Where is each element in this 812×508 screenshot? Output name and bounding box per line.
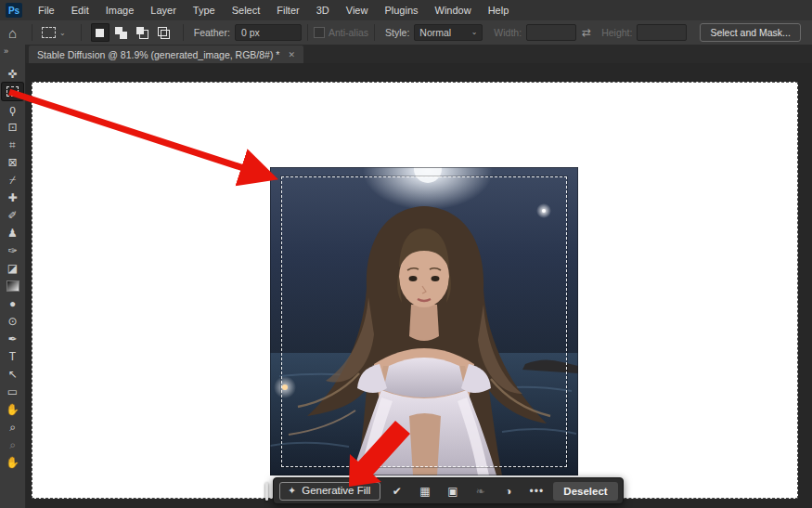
more-options-icon[interactable]: ••• xyxy=(525,481,548,501)
feather-input[interactable]: 0 px xyxy=(235,24,302,41)
marquee-preset-icon xyxy=(42,27,56,38)
width-input[interactable] xyxy=(526,24,576,41)
selection-marching-ants xyxy=(281,176,567,467)
close-icon[interactable]: ✕ xyxy=(288,50,295,59)
select-and-mask-button[interactable]: Select and Mask... xyxy=(700,23,800,42)
style-value: Normal xyxy=(419,25,451,40)
rectangular-marquee-tool[interactable] xyxy=(2,83,23,100)
width-label: Width: xyxy=(494,27,522,38)
toolbar-expand-button[interactable]: » xyxy=(0,45,12,65)
menu-item[interactable]: Edit xyxy=(63,0,97,20)
taskbar-drag-handle[interactable] xyxy=(265,482,268,501)
photoshop-logo[interactable]: Ps xyxy=(6,3,22,18)
menu-item[interactable]: Plugins xyxy=(376,0,426,20)
home-icon[interactable]: ⌂ xyxy=(8,26,17,40)
clone-stamp-tool[interactable]: ♟ xyxy=(2,224,23,241)
divider xyxy=(307,24,308,41)
healing-brush-tool[interactable]: ✚ xyxy=(2,189,23,206)
eraser-tool[interactable]: ◪ xyxy=(2,259,23,277)
generative-fill-button[interactable]: ✦ Generative Fill xyxy=(279,482,380,501)
subtract-from-selection-button[interactable] xyxy=(134,23,152,42)
document-tab-title: Stable Diffusion @ 81.9% (generated_imag… xyxy=(37,49,279,60)
add-to-selection-button[interactable] xyxy=(112,23,131,42)
menu-item[interactable]: View xyxy=(338,0,377,20)
mask-icon[interactable]: ▣ xyxy=(442,481,464,501)
menu-item[interactable]: Image xyxy=(97,0,143,20)
lasso-tool[interactable]: ϙ xyxy=(2,100,23,118)
height-input[interactable] xyxy=(637,24,687,41)
menu-item[interactable]: Help xyxy=(480,0,518,20)
height-label: Height: xyxy=(601,27,632,38)
invert-selection-icon[interactable]: ◑ xyxy=(497,481,520,501)
hand-tool-alt[interactable]: ✋ xyxy=(2,453,23,471)
menu-item[interactable]: 3D xyxy=(308,0,338,20)
zoom-tool[interactable]: ⌕ xyxy=(2,418,23,436)
menu-bar: Ps FileEditImageLayerTypeSelectFilter3DV… xyxy=(0,0,812,21)
menu-item[interactable]: Type xyxy=(185,0,224,20)
contextual-taskbar: ✦ Generative Fill ✔▦▣❧◑••• Deselect xyxy=(265,477,624,504)
frame-tool[interactable]: ⊠ xyxy=(2,153,23,171)
chevron-down-icon: ⌄ xyxy=(59,29,66,37)
selection-brush-icon[interactable]: ✔ xyxy=(386,481,408,501)
feather-label: Feather: xyxy=(194,27,230,38)
document-tab-strip: Stable Diffusion @ 81.9% (generated_imag… xyxy=(26,45,812,63)
generative-fill-icon: ✦ xyxy=(288,485,296,497)
feather-icon[interactable]: ❧ xyxy=(470,481,492,501)
divider xyxy=(183,24,184,41)
divider xyxy=(374,24,375,41)
crop-tool[interactable]: ⌗ xyxy=(2,136,23,153)
menu-item[interactable]: File xyxy=(30,0,63,20)
dodge-tool[interactable]: ⊙ xyxy=(2,312,23,330)
menu-item[interactable]: Select xyxy=(224,0,269,20)
style-label: Style: xyxy=(385,27,409,38)
anti-alias-checkbox[interactable]: Anti-alias xyxy=(314,27,368,38)
generated-image[interactable] xyxy=(270,167,578,475)
tool-preset-picker[interactable]: ⌄ xyxy=(38,25,70,40)
adjustments-icon[interactable]: ▦ xyxy=(414,481,436,501)
menu-item[interactable]: Layer xyxy=(142,0,185,20)
anti-alias-label: Anti-alias xyxy=(329,27,368,38)
rectangle-tool[interactable]: ▭ xyxy=(2,383,23,400)
eyedropper-tool[interactable]: ⌿ xyxy=(2,171,23,189)
type-tool[interactable]: T xyxy=(2,347,23,365)
tools-panel: » ✜ϙ⊡⌗⊠⌿✚✐♟✑◪●⊙✒T↖▭✋⌕⌕✋ xyxy=(0,45,26,508)
link-dimensions-icon[interactable]: ⇄ xyxy=(582,26,591,39)
hand-tool[interactable]: ✋ xyxy=(2,400,23,418)
canvas-pasteboard: ✦ Generative Fill ✔▦▣❧◑••• Deselect xyxy=(26,63,812,508)
new-selection-button[interactable] xyxy=(91,23,110,42)
blur-tool[interactable]: ● xyxy=(2,294,23,312)
document-tab[interactable]: Stable Diffusion @ 81.9% (generated_imag… xyxy=(29,46,303,63)
brush-tool[interactable]: ✐ xyxy=(2,206,23,224)
checkbox-icon xyxy=(314,27,325,38)
photoshop-window: Ps FileEditImageLayerTypeSelectFilter3DV… xyxy=(0,0,812,508)
zoom-tool-alt[interactable]: ⌕ xyxy=(2,436,23,453)
history-brush-tool[interactable]: ✑ xyxy=(2,241,23,259)
intersect-selection-button[interactable] xyxy=(155,23,174,42)
tool-options-bar: ⌂ ⌄ Feather: 0 px Anti-alias Style: Norm… xyxy=(0,20,812,46)
chevron-down-icon: ⌄ xyxy=(471,25,478,40)
divider xyxy=(32,24,32,41)
selection-mode-group xyxy=(91,23,174,42)
menu-item[interactable]: Filter xyxy=(268,0,307,20)
style-select[interactable]: Normal ⌄ xyxy=(414,24,483,41)
object-selection-tool[interactable]: ⊡ xyxy=(2,118,23,136)
path-selection-tool[interactable]: ↖ xyxy=(2,365,23,383)
pen-tool[interactable]: ✒ xyxy=(2,330,23,347)
move-tool[interactable]: ✜ xyxy=(2,65,23,83)
deselect-button[interactable]: Deselect xyxy=(553,482,617,501)
generative-fill-label: Generative Fill xyxy=(302,485,370,496)
divider xyxy=(81,24,82,41)
menu-item[interactable]: Window xyxy=(427,0,480,20)
gradient-tool[interactable] xyxy=(2,277,23,294)
